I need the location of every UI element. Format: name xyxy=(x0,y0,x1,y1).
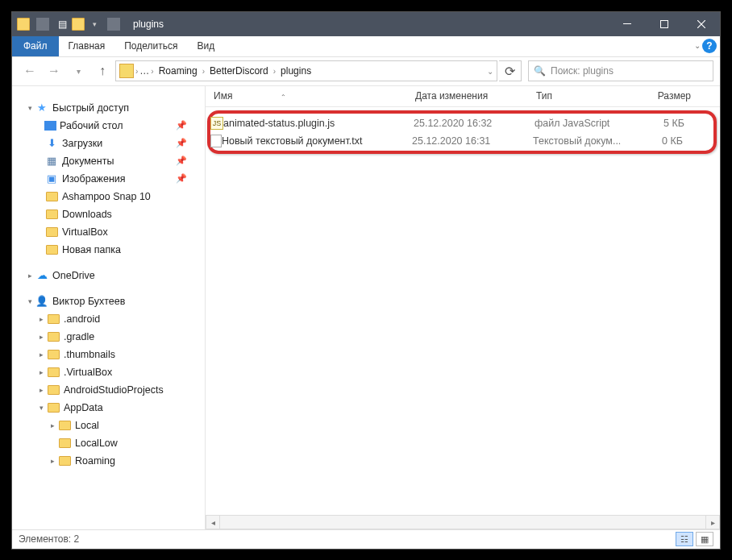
file-list-pane: Имя⌃ Дата изменения Тип Размер JS animat… xyxy=(206,86,720,529)
sidebar-item[interactable]: Загрузки xyxy=(62,138,102,149)
file-type: файл JavaScript xyxy=(534,118,639,129)
sidebar-item[interactable]: Рабочий стол xyxy=(60,120,123,131)
search-placeholder: Поиск: plugins xyxy=(551,65,613,77)
sidebar-item[interactable]: Документы xyxy=(62,156,114,167)
column-date[interactable]: Дата изменения xyxy=(415,90,536,102)
column-type[interactable]: Тип xyxy=(536,90,641,102)
breadcrumb-dropdown-icon[interactable]: ⌄ xyxy=(487,67,493,76)
pin-icon: 📌 xyxy=(176,138,187,148)
chevron-right-icon[interactable]: ▸ xyxy=(36,351,46,359)
pictures-icon: ▣ xyxy=(44,172,59,185)
sidebar-item[interactable]: AndroidStudioProjects xyxy=(64,384,164,396)
window-title: plugins xyxy=(133,19,164,30)
tab-share[interactable]: Поделиться xyxy=(114,36,187,56)
forward-button: → xyxy=(43,60,65,82)
recent-locations-button[interactable]: ▾ xyxy=(67,60,89,82)
column-headers[interactable]: Имя⌃ Дата изменения Тип Размер xyxy=(206,86,720,107)
svg-rect-1 xyxy=(661,20,668,27)
sidebar-item[interactable]: .thumbnails xyxy=(64,349,115,360)
tab-home[interactable]: Главная xyxy=(59,36,115,56)
onedrive-icon: ☁ xyxy=(35,269,49,282)
folder-icon xyxy=(59,438,71,448)
close-button[interactable] xyxy=(683,12,720,36)
sidebar-item[interactable]: Local xyxy=(75,420,99,431)
breadcrumb-item[interactable]: Roaming xyxy=(156,65,201,77)
pin-icon: 📌 xyxy=(176,173,187,184)
sidebar-item[interactable]: VirtualBox xyxy=(62,226,108,238)
chevron-down-icon[interactable]: ▾ xyxy=(25,104,35,112)
file-size: 0 КБ xyxy=(638,135,683,147)
chevron-down-icon[interactable]: ▾ xyxy=(36,404,46,412)
file-row[interactable]: Новый текстовый документ.txt 25.12.2020 … xyxy=(210,132,709,150)
chevron-right-icon[interactable]: ▸ xyxy=(36,315,46,323)
sidebar-quick-access[interactable]: Быстрый доступ xyxy=(52,102,129,114)
sidebar-user[interactable]: Виктор Бухтеев xyxy=(52,296,125,307)
sidebar-item[interactable]: Ashampoo Snap 10 xyxy=(62,191,151,202)
file-date: 25.12.2020 16:32 xyxy=(414,118,534,129)
ribbon-expand-icon[interactable]: ⌄ xyxy=(694,41,701,50)
qat-properties-icon[interactable]: ▤ xyxy=(56,18,69,31)
folder-icon xyxy=(46,192,58,201)
sidebar-onedrive[interactable]: OneDrive xyxy=(52,270,95,281)
refresh-button[interactable]: ⟳ xyxy=(499,60,522,81)
qat-dropdown-icon[interactable]: ▾ xyxy=(88,18,101,31)
horizontal-scrollbar[interactable]: ◂ ▸ xyxy=(206,515,720,529)
folder-icon xyxy=(46,209,58,219)
folder-icon xyxy=(48,367,60,377)
sidebar-item[interactable]: .gradle xyxy=(64,331,94,342)
breadcrumb[interactable]: › … › Roaming › BetterDiscord › plugins … xyxy=(115,60,497,81)
breadcrumb-item[interactable]: BetterDiscord xyxy=(206,65,272,77)
pin-icon: 📌 xyxy=(176,120,187,131)
folder-icon xyxy=(59,421,71,430)
view-details-button[interactable]: ☷ xyxy=(676,532,693,546)
titlebar[interactable]: ▤ ▾ plugins xyxy=(12,12,720,36)
sidebar-item[interactable]: Новая папка xyxy=(62,244,121,255)
quick-access-icon: ★ xyxy=(35,102,49,114)
up-button[interactable]: ↑ xyxy=(91,60,114,82)
tab-file[interactable]: Файл xyxy=(12,36,59,56)
user-icon: 👤 xyxy=(35,295,49,308)
help-icon[interactable]: ? xyxy=(702,39,717,53)
back-button[interactable]: ← xyxy=(19,60,41,82)
breadcrumb-item[interactable]: plugins xyxy=(277,65,314,77)
file-name: animated-status.plugin.js xyxy=(223,118,414,129)
navigation-pane[interactable]: ▾ ★ Быстрый доступ Рабочий стол📌 ⬇Загруз… xyxy=(12,86,206,529)
sidebar-item[interactable]: Roaming xyxy=(75,455,115,467)
chevron-right-icon[interactable]: ▸ xyxy=(48,457,57,465)
file-name: Новый текстовый документ.txt xyxy=(222,135,412,147)
chevron-right-icon[interactable]: ▸ xyxy=(25,272,35,280)
scroll-right-icon[interactable]: ▸ xyxy=(705,515,720,529)
addressbar: ← → ▾ ↑ › … › Roaming › BetterDiscord › … xyxy=(12,57,720,86)
scroll-left-icon[interactable]: ◂ xyxy=(206,515,220,529)
statusbar: Элементов: 2 ☷ ▦ xyxy=(12,529,720,549)
maximize-button[interactable] xyxy=(646,12,683,36)
qat-new-folder-icon[interactable] xyxy=(72,18,85,31)
tab-view[interactable]: Вид xyxy=(187,36,224,56)
chevron-right-icon[interactable]: ▸ xyxy=(36,386,46,394)
sidebar-item[interactable]: .android xyxy=(64,313,100,325)
folder-icon xyxy=(46,245,58,255)
view-large-icons-button[interactable]: ▦ xyxy=(696,532,713,546)
minimize-button[interactable] xyxy=(609,12,646,36)
column-name[interactable]: Имя xyxy=(214,90,232,102)
breadcrumb-overflow[interactable]: … xyxy=(139,65,149,77)
folder-icon xyxy=(48,403,60,413)
file-row[interactable]: JS animated-status.plugin.js 25.12.2020 … xyxy=(210,114,709,132)
folder-icon xyxy=(48,385,60,395)
column-size[interactable]: Размер xyxy=(641,90,691,102)
chevron-right-icon[interactable]: ▸ xyxy=(36,333,46,341)
sidebar-item[interactable]: Downloads xyxy=(62,209,112,220)
annotation-highlight: JS animated-status.plugin.js 25.12.2020 … xyxy=(207,110,717,154)
chevron-right-icon[interactable]: ▸ xyxy=(36,368,46,376)
folder-icon xyxy=(46,227,58,237)
search-input[interactable]: 🔍 Поиск: plugins xyxy=(528,60,713,81)
search-icon: 🔍 xyxy=(534,65,546,77)
sidebar-item[interactable]: LocalLow xyxy=(75,438,118,449)
sidebar-item[interactable]: AppData xyxy=(64,402,103,413)
file-type: Текстовый докум... xyxy=(533,135,638,147)
documents-icon: ▦ xyxy=(44,155,59,168)
sidebar-item[interactable]: Изображения xyxy=(62,173,126,185)
chevron-right-icon[interactable]: ▸ xyxy=(48,421,57,429)
chevron-down-icon[interactable]: ▾ xyxy=(25,297,35,305)
sidebar-item[interactable]: .VirtualBox xyxy=(64,367,112,378)
